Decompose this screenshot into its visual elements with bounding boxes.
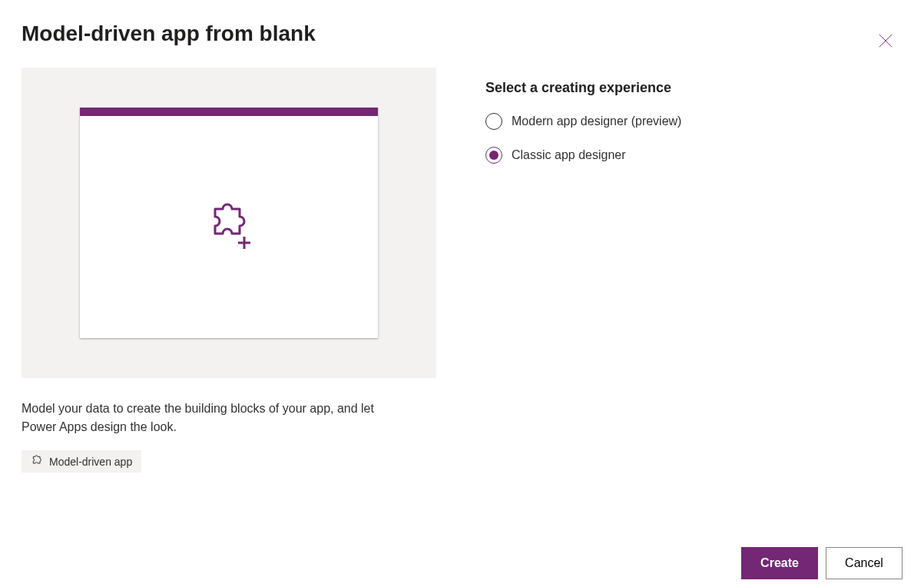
- close-button[interactable]: [873, 29, 898, 54]
- puzzle-plus-icon: [201, 198, 257, 257]
- app-type-tag: Model-driven app: [22, 450, 141, 473]
- right-column: Select a creating experience Modern app …: [485, 68, 681, 473]
- preview-topbar: [80, 108, 378, 116]
- close-icon: [877, 32, 894, 51]
- create-button[interactable]: Create: [741, 547, 818, 579]
- model-driven-app-dialog: Model-driven app from blank: [0, 0, 924, 587]
- cancel-button[interactable]: Cancel: [826, 547, 902, 579]
- dialog-footer: Create Cancel: [741, 547, 902, 579]
- radio-label: Classic app designer: [512, 148, 626, 162]
- radio-option-classic[interactable]: Classic app designer: [485, 147, 681, 164]
- preview-card: [22, 68, 436, 378]
- experience-radio-group: Modern app designer (preview) Classic ap…: [485, 113, 681, 164]
- radio-label: Modern app designer (preview): [512, 114, 681, 128]
- dialog-title: Model-driven app from blank: [22, 22, 902, 46]
- dialog-content: Model your data to create the building b…: [22, 68, 902, 473]
- preview-body: [80, 116, 378, 338]
- radio-icon-selected: [485, 147, 502, 164]
- puzzle-icon: [31, 454, 43, 469]
- preview-window: [80, 108, 378, 338]
- tag-label: Model-driven app: [49, 456, 132, 468]
- radio-icon: [485, 113, 502, 130]
- radio-option-modern[interactable]: Modern app designer (preview): [485, 113, 681, 130]
- description-text: Model your data to create the building b…: [22, 400, 390, 436]
- radio-dot-icon: [489, 151, 498, 160]
- experience-heading: Select a creating experience: [485, 80, 681, 96]
- left-column: Model your data to create the building b…: [22, 68, 436, 473]
